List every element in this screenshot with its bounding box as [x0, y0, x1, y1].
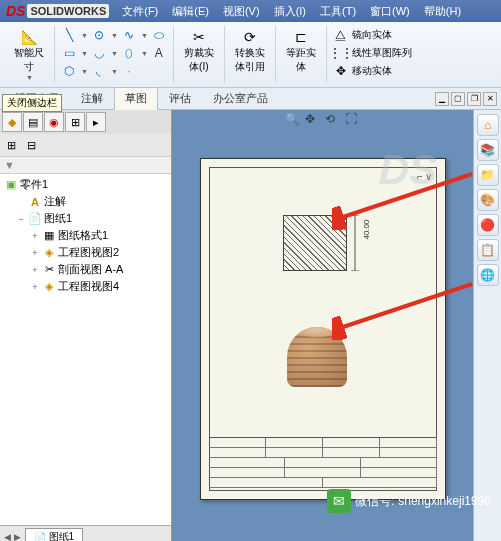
fit-icon[interactable]: ⛶	[345, 112, 361, 128]
tree-expand-icon[interactable]: ⊞	[2, 136, 20, 154]
window-close-icon[interactable]: ✕	[483, 92, 497, 106]
part-icon: ▣	[4, 178, 18, 192]
wechat-icon: ✉	[327, 489, 351, 513]
feature-tree-panel: ◆ ▤ ◉ ⊞ ▸ ⊞ ⊟ ▼ ▣ 零件1 A 注解 − 📄 图纸1	[0, 110, 172, 541]
command-tabs: 视图布局 注解 草图 评估 办公室产品 ▁ ▢ ❐ ✕	[0, 88, 501, 110]
app-logo-ds: DS	[6, 3, 25, 19]
tab-evaluate[interactable]: 评估	[158, 87, 202, 110]
offset-icon: ⊏	[292, 28, 310, 46]
drawing-canvas[interactable]: DS 🔍 ✥ ⟲ ⛶ ⌐ ∨ 40.00	[172, 110, 473, 541]
pan-icon[interactable]: ✥	[305, 112, 321, 128]
menu-tools[interactable]: 工具(T)	[315, 2, 361, 21]
ds-watermark-icon: DS	[379, 146, 437, 194]
sheet-tab[interactable]: 📄 图纸1	[25, 528, 84, 541]
move-icon[interactable]: ✥	[333, 63, 349, 79]
rotate-icon[interactable]: ⟲	[325, 112, 341, 128]
smart-dimension-button[interactable]: 📐 智能尺 寸 ▼	[10, 26, 48, 83]
tree-tab-dim[interactable]: ⊞	[65, 112, 85, 132]
red-arrow-bottom	[332, 280, 482, 340]
task-library-icon[interactable]: 📚	[477, 139, 499, 161]
task-properties-icon[interactable]: 📋	[477, 239, 499, 261]
annotation-icon: A	[28, 195, 42, 209]
tree-item-view2[interactable]: + ◈ 工程图视图2	[2, 244, 169, 261]
tree-item-section-aa[interactable]: + ✂ 剖面视图 A-A	[2, 261, 169, 278]
slot-tool-icon[interactable]: ⬭	[151, 27, 167, 43]
scissors-icon: ✂	[190, 28, 208, 46]
task-home-icon[interactable]: ⌂	[477, 114, 499, 136]
tree-collapse-icon[interactable]: ⊟	[22, 136, 40, 154]
menu-edit[interactable]: 编辑(E)	[167, 2, 214, 21]
zoom-icon[interactable]: 🔍	[285, 112, 301, 128]
window-restore-icon[interactable]: ❐	[467, 92, 481, 106]
circle-tool-icon[interactable]: ⊙	[91, 27, 107, 43]
tree-tab-display[interactable]: ▸	[86, 112, 106, 132]
ribbon: 📐 智能尺 寸 ▼ ╲▼ ⊙▼ ∿▼ ⬭ ▭▼ ◡▼ ⬯▼ A ⬡▼ ◟▼ · …	[0, 22, 501, 88]
view-icon: ◈	[42, 246, 56, 260]
tree-item-sheet-format[interactable]: + ▦ 图纸格式1	[2, 227, 169, 244]
mirror-label[interactable]: 镜向实体	[352, 28, 392, 42]
feature-tree: ▣ 零件1 A 注解 − 📄 图纸1 + ▦ 图纸格式1 + ◈ 工程图视图	[0, 174, 171, 525]
tree-root[interactable]: ▣ 零件1	[2, 176, 169, 193]
tree-tab-property[interactable]: ▤	[23, 112, 43, 132]
menu-insert[interactable]: 插入(I)	[269, 2, 311, 21]
chevron-down-icon: ▼	[26, 74, 33, 81]
dimension-icon: 📐	[20, 28, 38, 46]
filter-icon[interactable]: ▼	[4, 159, 15, 171]
menu-bar: 文件(F) 编辑(E) 视图(V) 插入(I) 工具(T) 窗口(W) 帮助(H…	[117, 2, 466, 21]
tree-item-view4[interactable]: + ◈ 工程图视图4	[2, 278, 169, 295]
close-sidebar-tooltip: 关闭侧边栏	[2, 94, 62, 112]
tree-tab-config[interactable]: ◉	[44, 112, 64, 132]
rect-tool-icon[interactable]: ▭	[61, 45, 77, 61]
arc-tool-icon[interactable]: ◡	[91, 45, 107, 61]
app-logo-text: SOLIDWORKS	[27, 4, 109, 18]
svg-line-4	[340, 284, 472, 328]
mirror-icon[interactable]: ⧋	[333, 27, 349, 43]
smart-dim-label: 智能尺 寸	[14, 46, 44, 74]
tree-tab-feature[interactable]: ◆	[2, 112, 22, 132]
polygon-tool-icon[interactable]: ⬡	[61, 63, 77, 79]
title-bar: DS SOLIDWORKS 文件(F) 编辑(E) 视图(V) 插入(I) 工具…	[0, 0, 501, 22]
main-area: ◆ ▤ ◉ ⊞ ▸ ⊞ ⊟ ▼ ▣ 零件1 A 注解 − 📄 图纸1	[0, 110, 501, 541]
menu-view[interactable]: 视图(V)	[218, 2, 265, 21]
tree-item-sheet1[interactable]: − 📄 图纸1	[2, 210, 169, 227]
convert-icon: ⟳	[241, 28, 259, 46]
window-min-icon[interactable]: ▁	[435, 92, 449, 106]
ellipse-tool-icon[interactable]: ⬯	[121, 45, 137, 61]
menu-file[interactable]: 文件(F)	[117, 2, 163, 21]
point-tool-icon[interactable]: ·	[121, 63, 137, 79]
tab-annotate[interactable]: 注解	[70, 87, 114, 110]
title-block[interactable]	[209, 437, 437, 491]
pattern-label[interactable]: 线性草图阵列	[352, 46, 412, 60]
spline-tool-icon[interactable]: ∿	[121, 27, 137, 43]
tab-office[interactable]: 办公室产品	[202, 87, 279, 110]
menu-window[interactable]: 窗口(W)	[365, 2, 415, 21]
tab-sketch[interactable]: 草图	[114, 87, 158, 110]
trim-button[interactable]: ✂ 剪裁实 体(I)	[180, 26, 218, 76]
section-icon: ✂	[42, 263, 56, 277]
tree-item-annotation[interactable]: A 注解	[2, 193, 169, 210]
wechat-watermark: ✉ 微信号: shengxinkeji1996	[327, 489, 491, 513]
line-tool-icon[interactable]: ╲	[61, 27, 77, 43]
fillet-tool-icon[interactable]: ◟	[91, 63, 107, 79]
view-icon: ◈	[42, 280, 56, 294]
convert-button[interactable]: ⟳ 转换实 体引用	[231, 26, 269, 76]
format-icon: ▦	[42, 229, 56, 243]
text-tool-icon[interactable]: A	[151, 45, 167, 61]
offset-button[interactable]: ⊏ 等距实 体	[282, 26, 320, 76]
window-max-icon[interactable]: ▢	[451, 92, 465, 106]
sheet-icon: 📄	[28, 212, 42, 226]
menu-help[interactable]: 帮助(H)	[419, 2, 466, 21]
sheet-icon: 📄	[34, 532, 46, 542]
move-label[interactable]: 移动实体	[352, 64, 392, 78]
pattern-icon[interactable]: ⋮⋮	[333, 45, 349, 61]
